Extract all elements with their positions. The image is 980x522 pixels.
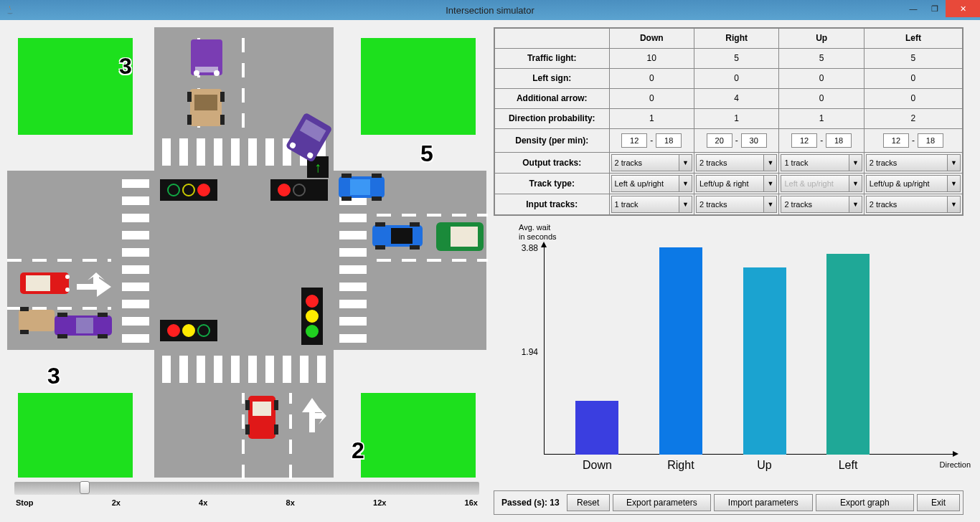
java-icon	[4, 4, 16, 16]
svg-rect-5	[194, 95, 217, 110]
svg-rect-7	[220, 92, 225, 102]
traffic-light-arrow	[270, 179, 328, 201]
speed-label: 4x	[199, 498, 207, 507]
chart-bar	[575, 401, 618, 455]
table-cell: 4	[694, 88, 778, 108]
chevron-down-icon[interactable]: ▼	[849, 196, 862, 213]
chevron-down-icon[interactable]: ▼	[849, 175, 862, 192]
row-label: Track type:	[494, 173, 609, 194]
grass-tr	[361, 38, 476, 135]
combo-box[interactable]: 1 track▼	[611, 196, 692, 213]
svg-rect-25	[410, 245, 420, 250]
density-low-input[interactable]	[707, 133, 732, 148]
svg-rect-45	[245, 424, 250, 435]
speed-label: 8x	[286, 498, 295, 507]
slider-thumb[interactable]	[80, 481, 90, 494]
chevron-down-icon[interactable]: ▼	[948, 154, 961, 171]
density-high-input[interactable]	[656, 133, 682, 148]
control-panel: DownRightUpLeft Traffic light:10555Left …	[494, 27, 963, 515]
car	[244, 392, 280, 443]
svg-rect-15	[350, 179, 370, 195]
car	[336, 172, 387, 204]
minimize-button[interactable]: —	[903, 0, 924, 17]
chevron-down-icon[interactable]: ▼	[764, 175, 777, 192]
chevron-down-icon[interactable]: ▼	[679, 175, 692, 192]
chevron-down-icon[interactable]: ▼	[679, 196, 692, 213]
density-low-input[interactable]	[883, 133, 909, 148]
density-high-input[interactable]	[741, 133, 767, 148]
lane-dash	[377, 259, 488, 262]
speed-label: 2x	[112, 498, 121, 507]
density-low-input[interactable]	[791, 133, 817, 148]
chart-bar-label: Left	[816, 455, 880, 472]
svg-rect-19	[372, 196, 382, 201]
combo-box[interactable]: 2 tracks▼	[696, 196, 777, 213]
chart-tick: 1.94	[508, 347, 544, 357]
table-header: Left	[864, 28, 963, 48]
svg-rect-17	[372, 174, 382, 178]
table-cell: 0	[694, 68, 778, 88]
combo-box[interactable]: 2 tracks▼	[696, 154, 777, 171]
combo-box[interactable]: Left & up/right▼	[611, 175, 692, 192]
row-label: Input tracks:	[494, 194, 609, 215]
crosswalk-bottom	[162, 356, 327, 383]
close-button[interactable]: ✕	[946, 0, 980, 17]
speed-label: 12x	[373, 498, 386, 507]
row-label: Output tracks:	[494, 152, 609, 173]
chart: Avg. waitin seconds Direction DownRightU…	[494, 219, 963, 491]
car	[17, 268, 73, 300]
counter-bottom-right: 2	[352, 437, 364, 464]
traffic-light-left	[301, 288, 323, 345]
chevron-down-icon[interactable]: ▼	[764, 154, 777, 171]
table-header: Down	[609, 28, 694, 48]
combo-box[interactable]: 2 tracks▼	[781, 196, 862, 213]
chart-bar	[826, 254, 870, 455]
combo-box[interactable]: 2 tracks▼	[866, 154, 961, 171]
combo-box[interactable]: 1 track▼	[781, 154, 862, 171]
table-header	[494, 28, 609, 48]
export-graph-button[interactable]: Export graph	[816, 494, 914, 511]
table-cell: 5	[864, 48, 963, 68]
row-label: Density (per min):	[494, 128, 609, 152]
svg-rect-40	[98, 334, 108, 338]
chevron-down-icon[interactable]: ▼	[679, 154, 692, 171]
export-params-button[interactable]: Export parameters	[613, 494, 711, 511]
chevron-down-icon[interactable]: ▼	[948, 175, 961, 192]
speed-slider[interactable]: Stop2x4x8x12x16x	[7, 478, 486, 507]
parameter-table: DownRightUpLeft Traffic light:10555Left …	[494, 27, 963, 216]
car	[184, 86, 227, 129]
lane-dash	[242, 27, 245, 128]
density-high-input[interactable]	[826, 133, 852, 148]
combo-box[interactable]: Left & up/right▼	[781, 175, 862, 192]
svg-rect-29	[26, 275, 50, 291]
exit-button[interactable]: Exit	[917, 494, 960, 511]
combo-box[interactable]: Left/up & up/right▼	[866, 175, 961, 192]
grass-bl	[18, 393, 133, 478]
svg-rect-42	[253, 402, 271, 416]
car	[435, 219, 485, 254]
chevron-down-icon[interactable]: ▼	[849, 154, 862, 171]
counter-top-left: 3	[119, 53, 132, 80]
grass-tl	[18, 38, 133, 135]
lane-arrow-icon	[73, 272, 116, 301]
combo-box[interactable]: 2 tracks▼	[611, 154, 692, 171]
combo-box[interactable]: Left/up & right▼	[696, 175, 777, 192]
density-high-input[interactable]	[918, 133, 943, 148]
svg-rect-23	[410, 222, 420, 227]
combo-box[interactable]: 2 tracks▼	[866, 196, 961, 213]
maximize-button[interactable]: ❐	[924, 0, 946, 17]
density-low-input[interactable]	[621, 133, 647, 148]
chart-xlabel: Direction	[940, 460, 971, 469]
chart-tick: 3.88	[508, 243, 544, 253]
row-label: Left sign:	[494, 68, 609, 88]
reset-button[interactable]: Reset	[567, 494, 610, 511]
svg-rect-44	[274, 400, 278, 410]
chart-bar-label: Up	[732, 455, 797, 472]
chevron-down-icon[interactable]: ▼	[948, 196, 961, 213]
import-params-button[interactable]: Import parameters	[714, 494, 812, 511]
svg-point-30	[65, 275, 70, 279]
svg-point-31	[65, 288, 70, 292]
chevron-down-icon[interactable]: ▼	[764, 196, 777, 213]
speed-label: 16x	[465, 498, 478, 507]
car	[369, 221, 427, 252]
